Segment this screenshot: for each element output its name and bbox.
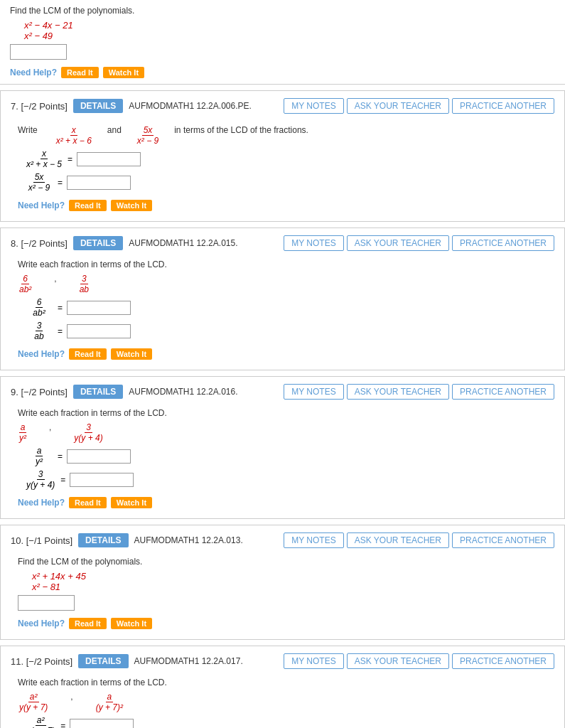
- problem-8-number: 8. [−/2 Points]: [11, 238, 68, 249]
- problem-10-content: Find the LCM of the polynomials. x² + 14…: [11, 554, 554, 632]
- problem-8-content: Write each fraction in terms of the LCD.…: [11, 257, 554, 363]
- problem-9-input1[interactable]: [67, 449, 131, 464]
- problem-10-details-btn[interactable]: DETAILS: [78, 533, 128, 547]
- problem-9-input2[interactable]: [70, 473, 134, 487]
- problem-10-read-btn[interactable]: Read It: [69, 618, 107, 629]
- problem-9-header: 9. [−/2 Points] DETAILS AUFMODMATH1 12.2…: [11, 384, 554, 400]
- problem-11-answers: a² y(y + 7) =: [25, 715, 554, 728]
- problem-9-fracs: a y² , 3 y(y + 4): [18, 422, 554, 443]
- problem-11-instruction: Write each fraction in terms of the LCD.: [18, 678, 554, 687]
- problem-7-frac1: x x² + x − 6: [55, 125, 93, 146]
- problem-7-my-notes-btn[interactable]: MY NOTES: [284, 98, 343, 114]
- problem-7-input2[interactable]: [67, 176, 131, 190]
- problem-7-watch-btn[interactable]: Watch It: [111, 200, 152, 211]
- problem-9-frac1: a y²: [18, 422, 28, 443]
- problem-11-number: 11. [−/2 Points]: [11, 656, 72, 667]
- problem-7-header: 7. [−/2 Points] DETAILS AUFMODMATH1 12.2…: [11, 98, 554, 114]
- problem-9-watch-btn[interactable]: Watch It: [111, 497, 152, 508]
- problem-11-frac2: a (y + 7)²: [95, 692, 124, 712]
- problem-9-frac2: 3 y(y + 4): [72, 422, 104, 443]
- problem-8-answer-row1: 6 ab² =: [25, 297, 554, 318]
- problem-9-practice-btn[interactable]: PRACTICE ANOTHER: [452, 384, 554, 400]
- problem-8-need-help: Need Help? Read It Watch It: [18, 348, 554, 360]
- problem-11: 11. [−/2 Points] DETAILS AUFMODMATH1 12.…: [0, 646, 565, 728]
- problem-9-instruction: Write each fraction in terms of the LCD.: [18, 408, 554, 418]
- problem-7-number: 7. [−/2 Points]: [11, 101, 68, 112]
- problem-10: 10. [−/1 Points] DETAILS AUFMODMATH1 12.…: [0, 525, 565, 640]
- problem-9-id: AUFMODMATH1 12.2A.016.: [129, 387, 278, 397]
- problem-8-frac2: 3 ab: [78, 274, 90, 294]
- problem-7-write-label: Write: [18, 125, 38, 135]
- problem-8-answers: 6 ab² = 3 ab =: [25, 297, 554, 341]
- problem-7: 7. [−/2 Points] DETAILS AUFMODMATH1 12.2…: [0, 90, 565, 222]
- problem-9: 9. [−/2 Points] DETAILS AUFMODMATH1 12.2…: [0, 376, 565, 519]
- problem-7-id: AUFMODMATH1 12.2A.006.PE.: [129, 101, 278, 111]
- problem-7-practice-btn[interactable]: PRACTICE ANOTHER: [452, 98, 554, 114]
- intro-need-help: Need Help? Read It Watch It: [10, 67, 555, 78]
- problem-9-read-btn[interactable]: Read It: [69, 497, 107, 508]
- problem-11-details-btn[interactable]: DETAILS: [78, 654, 128, 668]
- problem-7-ask-teacher-btn[interactable]: ASK YOUR TEACHER: [347, 98, 449, 114]
- problem-8-practice-btn[interactable]: PRACTICE ANOTHER: [452, 235, 554, 251]
- problem-11-ask-teacher-btn[interactable]: ASK YOUR TEACHER: [347, 653, 449, 669]
- intro-section: Find the LCM of the polynomials. x² − 4x…: [0, 0, 565, 85]
- problem-8-read-btn[interactable]: Read It: [69, 348, 107, 360]
- intro-instruction: Find the LCM of the polynomials.: [10, 6, 555, 16]
- problem-9-my-notes-btn[interactable]: MY NOTES: [284, 384, 343, 400]
- problem-10-polys: x² + 14x + 45 x² − 81: [32, 571, 554, 592]
- problem-10-instruction: Find the LCM of the polynomials.: [18, 557, 554, 567]
- problem-9-ask-teacher-btn[interactable]: ASK YOUR TEACHER: [347, 384, 449, 400]
- problem-11-my-notes-btn[interactable]: MY NOTES: [284, 653, 343, 669]
- problem-8-details-btn[interactable]: DETAILS: [73, 236, 123, 250]
- problem-7-details-btn[interactable]: DETAILS: [73, 99, 123, 113]
- problem-8-fracs: 6 ab² , 3 ab: [18, 274, 554, 294]
- problem-8-id: AUFMODMATH1 12.2A.015.: [129, 238, 278, 248]
- problem-9-details-btn[interactable]: DETAILS: [73, 385, 123, 399]
- problem-8-ans-frac2: 3 ab: [25, 321, 53, 341]
- problem-7-ans-frac1: x x² + x − 5: [25, 149, 63, 169]
- problem-11-ans-frac1: a² y(y + 7): [25, 715, 56, 728]
- intro-read-btn[interactable]: Read It: [61, 67, 99, 78]
- problem-9-ans-frac1: a y²: [25, 446, 53, 466]
- problem-8-input2[interactable]: [67, 324, 131, 338]
- intro-watch-btn[interactable]: Watch It: [103, 67, 144, 78]
- problem-10-ask-teacher-btn[interactable]: ASK YOUR TEACHER: [347, 532, 449, 548]
- problem-9-ans-frac2: 3 y(y + 4): [25, 469, 56, 490]
- problem-7-input1[interactable]: [77, 152, 141, 166]
- problem-7-content: Write x x² + x − 6 and 5x x² − 9 in term…: [11, 119, 554, 214]
- problem-8-ask-teacher-btn[interactable]: ASK YOUR TEACHER: [347, 235, 449, 251]
- problem-10-my-notes-btn[interactable]: MY NOTES: [284, 532, 343, 548]
- problem-11-answer-row1: a² y(y + 7) =: [25, 715, 554, 728]
- problem-11-actions: MY NOTES ASK YOUR TEACHER PRACTICE ANOTH…: [284, 653, 554, 669]
- problem-10-answer-input[interactable]: [18, 595, 75, 611]
- problem-7-answer-row2: 5x x² − 9 =: [25, 172, 554, 193]
- problem-7-answers: x x² + x − 5 = 5x x² − 9 =: [25, 149, 554, 193]
- problem-8-watch-btn[interactable]: Watch It: [111, 348, 152, 360]
- problem-11-frac1: a² y(y + 7): [18, 692, 49, 712]
- problem-9-answer-row1: a y² =: [25, 446, 554, 466]
- problem-11-id: AUFMODMATH1 12.2A.017.: [134, 656, 279, 666]
- intro-answer-input[interactable]: [10, 44, 67, 60]
- problem-11-practice-btn[interactable]: PRACTICE ANOTHER: [452, 653, 554, 669]
- problem-7-frac2: 5x x² − 9: [136, 125, 160, 146]
- problem-9-actions: MY NOTES ASK YOUR TEACHER PRACTICE ANOTH…: [284, 384, 554, 400]
- problem-8-input1[interactable]: [67, 301, 131, 315]
- problem-11-fracs: a² y(y + 7) , a (y + 7)²: [18, 692, 554, 712]
- problem-10-number: 10. [−/1 Points]: [11, 535, 72, 546]
- problem-7-read-btn[interactable]: Read It: [69, 200, 107, 211]
- problem-9-number: 9. [−/2 Points]: [11, 387, 68, 397]
- problem-10-watch-btn[interactable]: Watch It: [111, 618, 152, 629]
- problem-7-actions: MY NOTES ASK YOUR TEACHER PRACTICE ANOTH…: [284, 98, 554, 114]
- problem-11-input1[interactable]: [70, 719, 134, 729]
- problem-9-answer-row2: 3 y(y + 4) =: [25, 469, 554, 490]
- problem-8-instruction: Write each fraction in terms of the LCD.: [18, 259, 554, 269]
- problem-8-ans-frac1: 6 ab²: [25, 297, 53, 318]
- problem-7-math-row: Write x x² + x − 6 and 5x x² − 9 in term…: [18, 125, 554, 146]
- problem-10-header: 10. [−/1 Points] DETAILS AUFMODMATH1 12.…: [11, 532, 554, 548]
- problem-7-need-help: Need Help? Read It Watch It: [18, 200, 554, 211]
- problem-10-practice-btn[interactable]: PRACTICE ANOTHER: [452, 532, 554, 548]
- problem-8-my-notes-btn[interactable]: MY NOTES: [284, 235, 343, 251]
- problem-8-actions: MY NOTES ASK YOUR TEACHER PRACTICE ANOTH…: [284, 235, 554, 251]
- problem-8: 8. [−/2 Points] DETAILS AUFMODMATH1 12.2…: [0, 228, 565, 370]
- problem-8-answer-row2: 3 ab =: [25, 321, 554, 341]
